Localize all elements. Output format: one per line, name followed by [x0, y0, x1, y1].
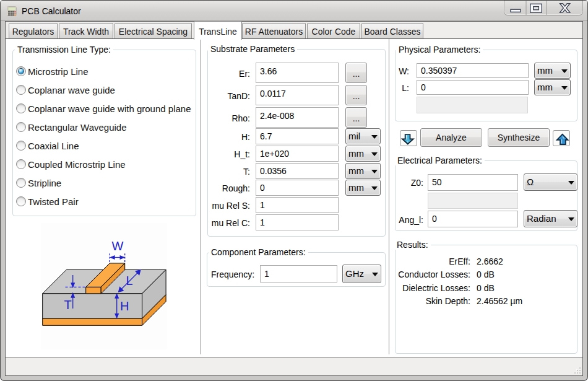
svg-text:W: W [112, 239, 124, 253]
svg-text:T: T [64, 298, 72, 312]
svg-text:H: H [120, 299, 129, 313]
svg-text:L: L [126, 274, 133, 287]
